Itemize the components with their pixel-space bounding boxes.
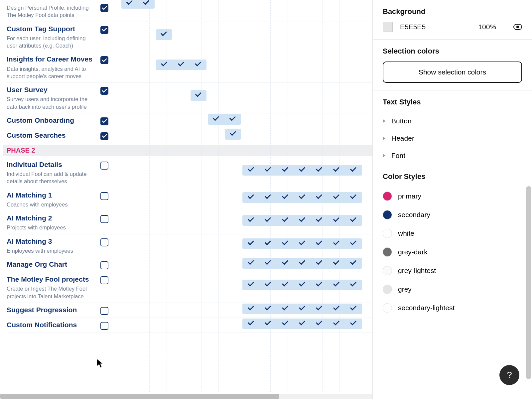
- color-style-item[interactable]: grey-dark: [383, 243, 522, 261]
- bg-hex-value[interactable]: E5E5E5: [400, 23, 471, 31]
- visibility-icon[interactable]: [513, 24, 522, 30]
- feature-checkbox[interactable]: [100, 192, 108, 200]
- bg-opacity-value[interactable]: 100%: [478, 23, 496, 31]
- color-style-label: secondary: [398, 211, 430, 219]
- check-icon: [316, 322, 322, 326]
- check-icon: [350, 322, 356, 326]
- timeline-bar[interactable]: [242, 280, 362, 290]
- check-icon: [282, 218, 288, 223]
- caret-right-icon: [383, 154, 385, 158]
- check-icon: [316, 241, 322, 246]
- roadmap-canvas[interactable]: Design Personal Profile, including The M…: [0, 0, 372, 399]
- feature-checkbox[interactable]: [100, 162, 108, 170]
- color-swatch-icon: [383, 210, 392, 219]
- feature-title: Custom Notifications: [7, 321, 95, 329]
- timeline-bar[interactable]: [225, 129, 241, 140]
- feature-description: Survey users and incorporate the data ba…: [7, 95, 95, 110]
- color-style-label: primary: [398, 192, 421, 200]
- check-icon: [333, 261, 339, 266]
- check-icon: [265, 241, 271, 246]
- feature-row: Custom Tag SupportFor each user, includi…: [7, 22, 372, 53]
- text-style-item[interactable]: Font: [383, 147, 522, 164]
- feature-title: Custom Searches: [7, 131, 95, 140]
- timeline-bar[interactable]: [191, 90, 206, 101]
- feature-title: AI Matching 3: [7, 237, 95, 246]
- feature-checkbox[interactable]: [100, 4, 108, 12]
- timeline-bar[interactable]: [156, 60, 206, 70]
- color-style-label: grey: [398, 285, 412, 293]
- check-icon: [248, 283, 254, 287]
- check-icon: [196, 93, 201, 98]
- color-style-item[interactable]: secondary: [383, 205, 522, 224]
- feature-checkbox[interactable]: [100, 238, 108, 246]
- vertical-scrollbar[interactable]: [526, 186, 531, 379]
- feature-checkbox[interactable]: [100, 132, 108, 140]
- check-icon: [195, 63, 201, 67]
- timeline-bar[interactable]: [242, 258, 362, 269]
- caret-right-icon: [383, 119, 385, 123]
- feature-row: User SurveySurvey users and incorporate …: [7, 83, 372, 113]
- color-style-item[interactable]: white: [383, 224, 522, 243]
- check-icon: [265, 283, 271, 287]
- background-row[interactable]: E5E5E5 100%: [383, 22, 522, 32]
- text-style-item[interactable]: Button: [383, 112, 522, 130]
- feature-checkbox[interactable]: [100, 307, 108, 315]
- feature-description: Design Personal Profile, including The M…: [7, 4, 95, 19]
- bg-color-swatch[interactable]: [383, 22, 393, 32]
- timeline-bar[interactable]: [242, 165, 362, 176]
- check-icon: [161, 32, 167, 37]
- feature-checkbox[interactable]: [100, 117, 108, 125]
- check-icon: [350, 241, 356, 246]
- feature-description: Projects with employees: [7, 224, 95, 231]
- feature-title: User Survey: [7, 85, 95, 94]
- help-button[interactable]: ?: [499, 365, 519, 385]
- color-style-item[interactable]: grey-lightest: [383, 261, 522, 280]
- feature-row: Custom Notifications: [7, 318, 372, 333]
- check-icon: [282, 307, 288, 311]
- color-style-item[interactable]: primary: [383, 187, 522, 205]
- feature-row: Indivitual DetailsIndividual Fool can ad…: [7, 158, 372, 188]
- color-style-item[interactable]: secondary-lightest: [383, 299, 522, 317]
- timeline-bar[interactable]: [156, 29, 172, 40]
- check-icon: [299, 322, 305, 326]
- check-icon: [161, 63, 167, 67]
- feature-checkbox[interactable]: [100, 215, 108, 223]
- check-icon: [333, 241, 339, 246]
- check-icon: [265, 195, 271, 200]
- timeline-bar[interactable]: [121, 0, 155, 9]
- color-swatch-icon: [383, 192, 392, 201]
- check-icon: [350, 283, 356, 287]
- text-style-item[interactable]: Header: [383, 130, 522, 147]
- horizontal-scrollbar[interactable]: [0, 394, 372, 399]
- check-icon: [299, 283, 305, 287]
- phase-2-banner: PHASE 2: [3, 145, 372, 156]
- feature-row: Custom Onboarding: [7, 113, 372, 128]
- feature-checkbox[interactable]: [100, 56, 108, 64]
- background-heading: Background: [383, 7, 522, 16]
- timeline-bar[interactable]: [208, 114, 241, 125]
- text-style-label: Button: [391, 117, 412, 125]
- text-styles-heading: Text Styles: [383, 98, 522, 106]
- feature-checkbox[interactable]: [100, 322, 108, 330]
- timeline-bar[interactable]: [242, 304, 362, 314]
- check-icon: [333, 218, 339, 223]
- color-style-label: grey-lightest: [398, 267, 436, 275]
- check-icon: [299, 218, 305, 223]
- color-style-item[interactable]: grey: [383, 280, 522, 299]
- feature-checkbox[interactable]: [100, 87, 108, 95]
- timeline-bar[interactable]: [242, 319, 362, 329]
- timeline-bar[interactable]: [242, 238, 362, 249]
- feature-checkbox[interactable]: [100, 276, 108, 284]
- check-icon: [178, 63, 184, 67]
- timeline-bar[interactable]: [242, 215, 362, 226]
- check-icon: [265, 218, 271, 223]
- feature-checkbox[interactable]: [100, 26, 108, 34]
- show-selection-colors-button[interactable]: Show selection colors: [383, 62, 522, 83]
- color-swatch-icon: [383, 266, 392, 275]
- feature-checkbox[interactable]: [100, 261, 108, 269]
- timeline-bar[interactable]: [242, 192, 362, 203]
- color-swatch-icon: [383, 229, 392, 238]
- check-icon: [299, 307, 305, 311]
- check-icon: [127, 1, 133, 6]
- text-style-label: Header: [391, 134, 414, 142]
